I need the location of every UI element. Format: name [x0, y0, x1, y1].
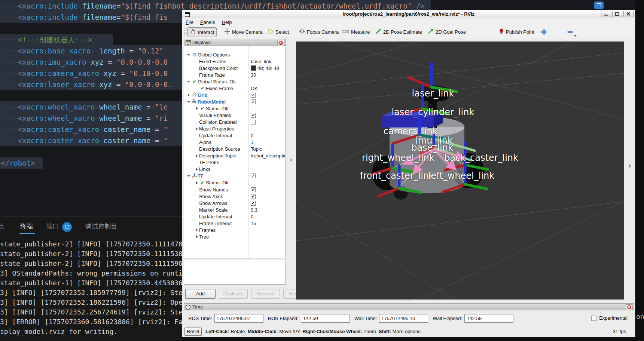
tab-终端[interactable]: 终端	[20, 222, 33, 231]
code-line[interactable]: ····<xacro:wheel_xacro·wheel_name·=·"ri	[0, 113, 183, 124]
tool-dropdown-caret[interactable]	[574, 35, 577, 37]
tool-select[interactable]: Select	[265, 27, 291, 36]
menu-help[interactable]: Help	[219, 18, 235, 26]
tree-row-value[interactable]: ✔	[251, 112, 285, 119]
tree-row-fixed-frame[interactable]: Fixed Framebase_link	[184, 58, 286, 65]
tree-row-collision-enabled[interactable]: Collision Enabled	[184, 119, 286, 126]
notification-icon[interactable]	[594, 1, 604, 9]
code-line[interactable]: ····<xacro:caster_xacro·caster_name·=·"	[0, 124, 183, 135]
tool-2d-pose-estimate[interactable]: 2D Pose Estimate	[373, 27, 424, 36]
tab-输出[interactable]: 输出	[0, 222, 4, 231]
tree-row-marker-scale[interactable]: Marker Scale0.3	[184, 206, 286, 213]
code-line[interactable]: ····<xacro:laser_xacro·xyz·=·"0.0·0.0·0.	[0, 79, 183, 90]
tool-move-camera[interactable]: Move Camera	[222, 27, 265, 36]
tree-row-value[interactable]: ✔	[251, 173, 285, 179]
tree-row-fixed-frame[interactable]: ✔Fixed FrameOK	[184, 85, 286, 92]
tree-row-value[interactable]: ✔	[251, 98, 285, 105]
tree-row-background-color[interactable]: Background Color48; 48; 48	[184, 65, 286, 71]
tree-row-value[interactable]: ✔	[251, 186, 285, 193]
tree-row-tf-prefix[interactable]: TF Prefix	[184, 159, 286, 166]
tree-row-show-names[interactable]: Show Names✔	[184, 186, 286, 193]
chevron-down-icon[interactable]	[186, 54, 191, 56]
chevron-down-icon[interactable]	[186, 175, 191, 177]
tree-row-description-source[interactable]: Description SourceTopic	[184, 146, 286, 153]
chevron-down-icon[interactable]	[186, 101, 191, 103]
code-line[interactable]: ····<xacro:base_xacro··length·=·"0.12"	[0, 45, 183, 56]
reset-button[interactable]: Reset	[184, 328, 202, 336]
tool-interact[interactable]: Interact	[187, 27, 217, 37]
tree-row-value[interactable]	[251, 119, 285, 126]
time-panel-header[interactable]: Time	[184, 303, 634, 310]
tree-row-frame-timeout[interactable]: Frame Timeout15	[184, 220, 286, 227]
chevron-right-icon[interactable]	[195, 235, 199, 238]
remove-tool-icon[interactable]	[567, 29, 573, 37]
code-line[interactable]: ····<xacro:camera_xacro·xyz·=·"0.10·0.0	[0, 68, 183, 79]
time-close-button[interactable]	[626, 304, 633, 310]
code-line[interactable]: ····<xacro:wheel_xacro·wheel_name·=·"le	[0, 101, 183, 113]
tree-row-update-interval[interactable]: Update Interval0	[184, 132, 286, 139]
toolbar-grip[interactable]	[184, 28, 187, 36]
collapse-left-arrow-icon[interactable]	[290, 158, 292, 162]
tree-row-status-ok[interactable]: ✔Status: Ok	[184, 179, 286, 186]
experimental-option[interactable]: Experimental	[591, 315, 628, 321]
tab-调试控制台[interactable]: 调试控制台	[85, 222, 117, 231]
menu-panels[interactable]: Panels	[197, 18, 219, 26]
tree-row-robotmodel[interactable]: RobotModel✔	[184, 98, 286, 105]
checkbox[interactable]: ✔	[251, 93, 256, 98]
chevron-right-icon[interactable]	[195, 107, 199, 110]
resize-grip[interactable]: ⋰	[629, 331, 634, 335]
tree-row-show-arrows[interactable]: Show Arrows✔	[184, 200, 286, 206]
tab-端口[interactable]: 端口	[46, 222, 59, 231]
checkbox[interactable]	[251, 120, 256, 125]
tree-row-frame-rate[interactable]: Frame Rate30	[184, 71, 286, 78]
code-line[interactable]: </robot>	[0, 157, 43, 169]
title-bar[interactable]: /root/project/ros2_learning/part6/ros2_w…	[182, 10, 635, 19]
3d-viewport[interactable]: laser_linklaser_cylinder_linkcamera_link…	[296, 42, 624, 299]
code-line[interactable]: ····<xacro:imu_xacro·xyz·=·"0.0·0.0·0.0	[0, 56, 183, 68]
tool-publish-point[interactable]: Publish Point	[497, 27, 537, 36]
chevron-right-icon[interactable]	[195, 154, 199, 157]
time-field-input[interactable]: 1757072495.07	[214, 314, 263, 323]
code-line[interactable]: ····<xacro:include·filename="$(find fis	[0, 12, 183, 23]
chevron-right-icon[interactable]	[195, 228, 199, 231]
chevron-right-icon[interactable]	[195, 168, 199, 171]
tree-row-status-ok[interactable]: ✔Status: Ok	[184, 105, 286, 112]
experimental-checkbox[interactable]	[591, 316, 596, 321]
checkbox[interactable]: ✔	[251, 99, 256, 104]
checkbox[interactable]: ✔	[251, 187, 256, 192]
maximize-button[interactable]	[612, 11, 622, 17]
checkbox[interactable]: ✔	[251, 201, 256, 206]
tree-row-global-options[interactable]: ⚙Global Options	[184, 51, 286, 58]
tree-row-value[interactable]: ✔	[251, 200, 285, 206]
chevron-right-icon[interactable]	[195, 128, 199, 130]
checkbox[interactable]: ✔	[251, 173, 256, 178]
tree-row-alpha[interactable]: Alpha1	[184, 139, 286, 146]
minimize-button[interactable]	[601, 11, 611, 17]
tree-row-visual-enabled[interactable]: Visual Enabled✔	[184, 112, 286, 119]
tree-row-show-axes[interactable]: Show Axes✔	[184, 193, 286, 200]
add-tool-icon[interactable]	[541, 29, 547, 37]
code-line[interactable]: ····<!--·创建机器人·-->	[0, 34, 113, 45]
close-button[interactable]	[623, 11, 634, 17]
tree-row-description-topic[interactable]: Description Topic/robot_description	[184, 153, 286, 159]
tree-row-value[interactable]: ✔	[251, 92, 285, 98]
tree-row-tf[interactable]: TF✔	[184, 173, 286, 179]
tree-row-grid[interactable]: Grid✔	[184, 92, 286, 98]
tree-row-value[interactable]: ✔	[251, 193, 285, 200]
tree-row-global-status-ok[interactable]: ✔Global Status: Ok	[184, 78, 286, 85]
tool-measure[interactable]: Measure	[340, 27, 372, 36]
menu-file[interactable]: File	[182, 18, 197, 26]
displays-close-button[interactable]	[277, 40, 284, 46]
code-line[interactable]: ····<xacro:caster_xacro·caster_name·=·"	[0, 135, 183, 146]
tree-row-frames[interactable]: Frames	[184, 227, 286, 233]
tree-row-mass-properties[interactable]: Mass Properties	[184, 126, 286, 132]
vscode-terminal-panel[interactable]: 输出终端端口12调试控制台 state_publisher-2] [INFO] …	[0, 216, 182, 341]
splitter-handle[interactable]: ······	[397, 297, 412, 303]
tree-row-update-interval[interactable]: Update Interval0	[184, 213, 286, 220]
tree-row-links[interactable]: Links	[184, 166, 286, 173]
tool-focus-camera[interactable]: Focus Camera	[297, 27, 341, 36]
displays-panel-header[interactable]: Displays	[184, 39, 286, 46]
displays-tree[interactable]: ⚙Global OptionsFixed Framebase_linkBackg…	[184, 46, 286, 258]
time-field-input[interactable]: 142.59	[464, 314, 513, 323]
add-button[interactable]: Add	[185, 289, 216, 299]
